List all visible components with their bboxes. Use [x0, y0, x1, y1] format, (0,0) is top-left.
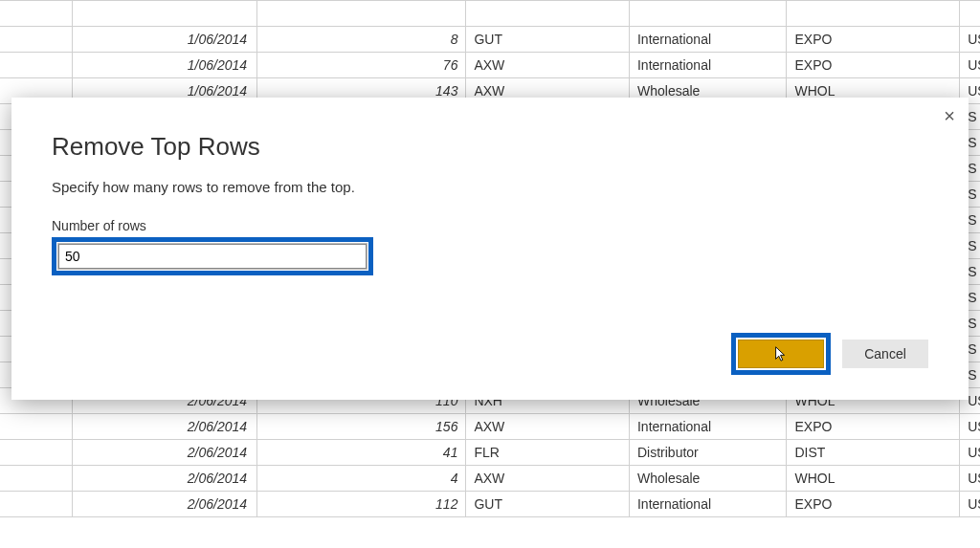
cell: 41 [257, 440, 466, 466]
cell [0, 440, 73, 466]
table-row[interactable]: 1/06/201476AXWInternationalEXPOUS [0, 53, 980, 78]
ok-button-highlight [731, 333, 831, 375]
cell: 2/06/2014 [73, 440, 257, 466]
cell: US [960, 53, 980, 78]
number-of-rows-input[interactable] [58, 244, 367, 269]
cell: AXW [466, 466, 630, 492]
remove-top-rows-dialog: × Remove Top Rows Specify how many rows … [11, 98, 969, 400]
cell: US [960, 492, 980, 517]
cell: US [960, 27, 980, 53]
table-row[interactable]: 1/06/20148GUTInternationalEXPOUS [0, 27, 980, 53]
cell: EXPO [787, 27, 960, 53]
cell: Wholesale [629, 466, 786, 492]
cell: 1/06/2014 [73, 27, 257, 53]
dialog-button-row: Cancel [731, 333, 928, 375]
table-row[interactable]: 2/06/20144AXWWholesaleWHOLUS [0, 466, 980, 492]
cell: International [629, 53, 786, 78]
cell [0, 414, 73, 440]
ok-button[interactable] [738, 340, 824, 368]
cell: 76 [257, 53, 466, 78]
cell: US [960, 414, 980, 440]
number-of-rows-label: Number of rows [52, 218, 928, 233]
cell: 2/06/2014 [73, 492, 257, 517]
cell: 156 [257, 414, 466, 440]
cell: AXW [466, 414, 630, 440]
cell [0, 53, 73, 78]
input-highlight [52, 237, 373, 275]
table-row[interactable]: 2/06/2014112GUTInternationalEXPOUS [0, 492, 980, 517]
cell: FLR [466, 440, 630, 466]
cell: 8 [257, 27, 466, 53]
cell [960, 1, 980, 27]
cell: 2/06/2014 [73, 414, 257, 440]
cell: International [629, 27, 786, 53]
cell [257, 1, 466, 27]
table-row[interactable]: 2/06/201441FLRDistributorDISTUS [0, 440, 980, 466]
cell: GUT [466, 27, 630, 53]
cell: 4 [257, 466, 466, 492]
cell: Distributor [629, 440, 786, 466]
cell: 1/06/2014 [73, 53, 257, 78]
cell: WHOL [787, 466, 960, 492]
cell: 2/06/2014 [73, 466, 257, 492]
table-row[interactable]: 2/06/2014156AXWInternationalEXPOUS [0, 414, 980, 440]
cursor-icon [772, 345, 790, 362]
cell [0, 492, 73, 517]
svg-marker-0 [776, 347, 785, 361]
cell: EXPO [787, 414, 960, 440]
dialog-title: Remove Top Rows [52, 132, 928, 162]
cell: International [629, 492, 786, 517]
cell: 112 [257, 492, 466, 517]
cell: AXW [466, 53, 630, 78]
cell [787, 1, 960, 27]
cell: US [960, 440, 980, 466]
table-row[interactable] [0, 1, 980, 27]
cell: EXPO [787, 492, 960, 517]
cancel-button[interactable]: Cancel [842, 340, 928, 368]
cell [0, 1, 73, 27]
cell: EXPO [787, 53, 960, 78]
cell: International [629, 414, 786, 440]
cell [0, 466, 73, 492]
cell: GUT [466, 492, 630, 517]
cell: DIST [787, 440, 960, 466]
cell [466, 1, 630, 27]
close-icon[interactable]: × [944, 105, 955, 127]
cell [0, 27, 73, 53]
dialog-description: Specify how many rows to remove from the… [52, 179, 928, 195]
cell: US [960, 466, 980, 492]
cell [73, 1, 257, 27]
cell [629, 1, 786, 27]
